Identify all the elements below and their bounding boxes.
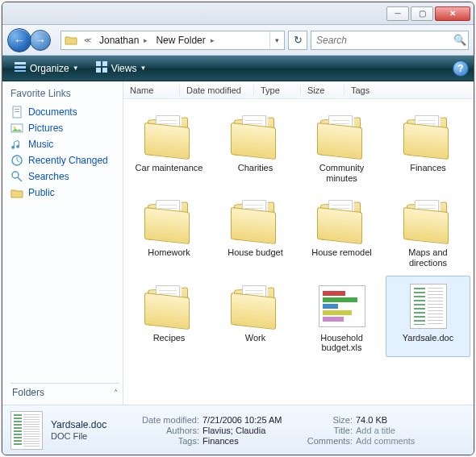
column-header[interactable]: Date modified [180, 85, 254, 95]
folder-icon [403, 114, 453, 159]
favorite-link-label: Searches [28, 171, 69, 182]
chevron-down-icon: ▼ [140, 64, 146, 72]
details-label: Authors: [132, 426, 199, 435]
items-view[interactable]: Car maintenanceCharitiesCommunity minute… [123, 99, 474, 405]
forward-button[interactable]: → [30, 30, 51, 51]
file-item-label: Work [245, 333, 265, 343]
address-dropdown[interactable]: ▾ [269, 31, 284, 49]
file-item-label: Household budget.xls [304, 333, 380, 353]
column-header[interactable]: Size [301, 85, 344, 95]
svg-rect-1 [15, 66, 26, 69]
folder-icon [144, 198, 194, 243]
favorites-header: Favorite Links [10, 88, 119, 99]
favorite-link-recent[interactable]: Recently Changed [10, 152, 119, 168]
folder-icon [317, 114, 367, 159]
file-item[interactable]: Community minutes [299, 106, 384, 187]
refresh-icon: ↻ [294, 34, 303, 46]
folders-label: Folders [12, 387, 44, 398]
minimize-button[interactable]: ─ [386, 6, 409, 21]
search-icon: 🔍 [452, 34, 468, 46]
favorite-link-documents[interactable]: Documents [10, 104, 119, 120]
navigation-pane: Favorite Links DocumentsPicturesMusicRec… [2, 81, 123, 405]
details-label: Date modified: [132, 415, 199, 425]
column-header[interactable]: Type [254, 85, 301, 95]
folder-icon [144, 114, 194, 159]
svg-rect-0 [15, 62, 26, 64]
details-value[interactable]: Flavius; Claudia [203, 426, 265, 435]
folder-icon [231, 198, 281, 243]
file-item[interactable]: Finances [386, 106, 470, 187]
views-icon [95, 60, 108, 76]
views-label: Views [111, 63, 137, 74]
address-bar[interactable]: ≪ Jonathan ▸ New Folder ▸ ▾ [61, 31, 285, 50]
folders-toggle[interactable]: Folders ˄ [10, 383, 119, 401]
file-item[interactable]: Yardsale.doc [386, 276, 470, 357]
chevron-right-icon: ≪ [81, 36, 94, 44]
file-item[interactable]: House budget [213, 190, 298, 272]
chevron-right-icon: ▸ [140, 36, 151, 44]
documents-icon [10, 106, 23, 118]
file-item-label: Community minutes [304, 163, 380, 183]
file-item[interactable]: Homework [127, 190, 211, 272]
help-button[interactable]: ? [453, 60, 469, 77]
details-value: 74.0 KB [356, 415, 387, 425]
file-item[interactable]: Maps and directions [386, 190, 470, 272]
file-item[interactable]: House remodel [299, 190, 384, 272]
pictures-icon [10, 122, 23, 135]
details-pane: Yardsale.doc DOC File Date modified:7/21… [2, 405, 474, 455]
chevron-right-icon: ▸ [207, 36, 218, 44]
search-input[interactable] [311, 35, 452, 46]
file-item[interactable]: Car maintenance [127, 106, 211, 187]
back-button[interactable]: ← [7, 28, 31, 52]
svg-rect-2 [15, 70, 26, 72]
breadcrumb-segment[interactable]: New Folder [151, 31, 207, 49]
details-value[interactable]: Finances [203, 436, 239, 446]
details-value[interactable]: Add a title [356, 426, 395, 435]
title-bar: ─ ▢ ✕ [2, 2, 474, 25]
organize-button[interactable]: Organize ▼ [7, 58, 86, 78]
column-header[interactable]: Name [123, 85, 180, 95]
details-value[interactable]: Add comments [356, 436, 415, 446]
search-box[interactable]: 🔍 [311, 31, 469, 50]
file-item-label: Homework [148, 247, 190, 258]
details-filename: Yardsale.doc [51, 419, 123, 430]
file-item[interactable]: Charities [213, 106, 298, 187]
chevron-down-icon: ▼ [73, 64, 79, 72]
details-filetype: DOC File [51, 431, 123, 441]
searches-icon [10, 170, 23, 183]
favorite-link-label: Documents [28, 106, 77, 118]
file-item[interactable]: Household budget.xls [299, 276, 384, 357]
favorite-link-pictures[interactable]: Pictures [10, 120, 119, 136]
organize-icon [14, 60, 27, 76]
file-item-label: Finances [410, 163, 446, 173]
refresh-button[interactable]: ↻ [288, 31, 307, 50]
column-headers: Name Date modified Type Size Tags [123, 81, 474, 99]
favorite-link-public[interactable]: Public [10, 185, 119, 201]
explorer-window: ─ ▢ ✕ ← → ≪ Jonathan ▸ New Folder ▸ ▾ ↻ [2, 2, 474, 455]
views-button[interactable]: Views ▼ [89, 58, 153, 78]
file-item-label: Charities [238, 163, 273, 173]
breadcrumb-segment[interactable]: Jonathan [94, 31, 140, 49]
music-icon [10, 138, 23, 151]
help-icon: ? [457, 63, 463, 74]
details-label: Comments: [301, 436, 353, 446]
chevron-up-icon: ˄ [114, 388, 118, 397]
close-button[interactable]: ✕ [435, 6, 470, 21]
file-item-label: Yardsale.doc [403, 333, 453, 343]
file-item[interactable]: Work [213, 276, 298, 357]
folder-icon [144, 284, 194, 329]
file-item-label: House remodel [311, 247, 372, 258]
maximize-button[interactable]: ▢ [411, 6, 433, 21]
command-bar: Organize ▼ Views ▼ ? [2, 56, 474, 81]
column-header[interactable]: Tags [344, 85, 474, 95]
file-item[interactable]: Recipes [127, 276, 211, 357]
details-thumbnail [10, 411, 43, 450]
details-label: Title: [301, 426, 353, 435]
svg-rect-5 [96, 68, 101, 73]
navigation-row: ← → ≪ Jonathan ▸ New Folder ▸ ▾ ↻ 🔍 [2, 25, 474, 56]
favorite-link-searches[interactable]: Searches [10, 168, 119, 185]
file-item-label: Maps and directions [390, 247, 466, 268]
details-value: 7/21/2006 10:25 AM [203, 415, 282, 425]
file-item-label: Recipes [153, 333, 186, 343]
favorite-link-music[interactable]: Music [10, 136, 119, 152]
